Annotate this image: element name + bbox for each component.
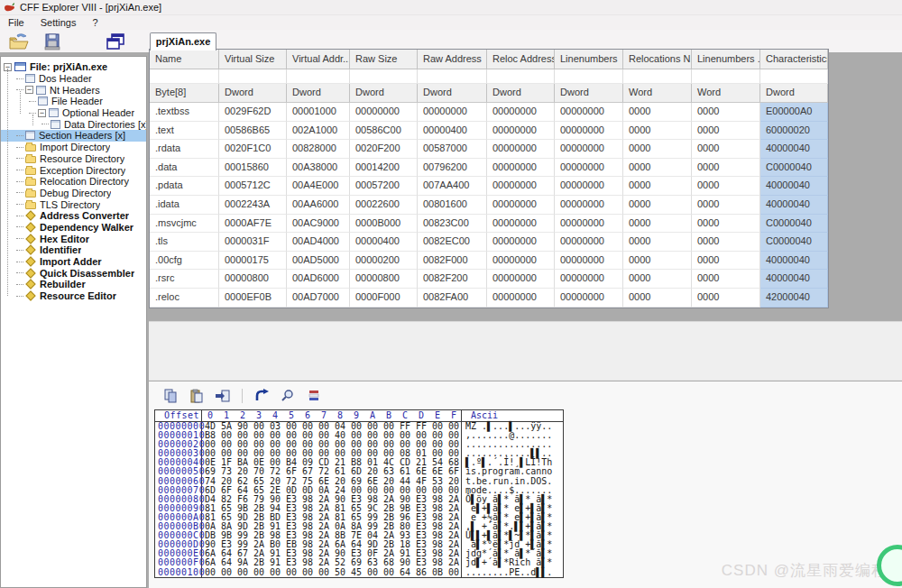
hex-byte[interactable]: 00 [381, 568, 397, 577]
table-cell[interactable]: 0082F000 [418, 252, 487, 271]
sidebar-item-resource-directory[interactable]: Resource Directory [1, 153, 146, 165]
table-cell[interactable]: 00586C00 [350, 122, 418, 141]
table-cell[interactable]: 00AA6000 [287, 196, 350, 215]
sidebar-item-file-prjxian-exe[interactable]: −File: prjXiAn.exe [1, 61, 146, 73]
settings-button[interactable] [305, 387, 323, 405]
column-header[interactable]: Linenumbers ... [692, 50, 760, 69]
table-cell[interactable]: 00000000 [487, 159, 555, 178]
sidebar-item-hex-editor[interactable]: Hex Editor [1, 233, 146, 244]
goto-button[interactable] [253, 387, 271, 405]
table-cell[interactable]: 00000000 [555, 289, 623, 308]
table-cell[interactable]: 00AD6000 [287, 270, 350, 289]
sidebar-item-quick-disassembler[interactable]: Quick Disassembler [1, 267, 146, 279]
table-cell[interactable]: 0082FA00 [418, 289, 487, 308]
table-cell[interactable]: 00000800 [219, 270, 287, 289]
hex-byte[interactable]: 64 [218, 558, 235, 567]
table-cell[interactable]: 0000 [692, 196, 760, 215]
hex-byte[interactable]: 9A [235, 558, 251, 567]
table-cell[interactable]: 0000031F [219, 233, 287, 252]
document-tab[interactable]: prjXiAn.exe [150, 32, 216, 51]
type-cell[interactable]: Dword [350, 84, 418, 103]
hex-byte[interactable]: 91 [267, 558, 283, 567]
table-cell[interactable]: 60000020 [760, 122, 828, 141]
table-cell[interactable]: E00000A0 [760, 103, 828, 122]
table-cell[interactable]: 0000F000 [350, 289, 418, 308]
table-cell[interactable]: 0000 [692, 122, 760, 141]
hex-byte[interactable]: 45 [348, 568, 364, 577]
table-cell[interactable]: 00A38000 [287, 159, 350, 178]
hex-byte[interactable]: 0B [429, 568, 446, 577]
table-cell[interactable]: 0000 [692, 233, 760, 252]
table-cell[interactable]: 0000 [692, 252, 760, 271]
table-cell[interactable]: 00A4E000 [287, 177, 350, 196]
table-cell[interactable]: 0000 [623, 177, 692, 196]
type-cell[interactable]: Byte[8] [150, 84, 219, 103]
table-cell[interactable]: 0082F200 [418, 270, 487, 289]
table-cell[interactable]: 0000 [623, 270, 692, 289]
search-button[interactable] [279, 387, 297, 405]
table-cell[interactable]: 0000 [623, 196, 692, 215]
sidebar-item-resource-editor[interactable]: Resource Editor [1, 290, 146, 302]
hex-byte[interactable]: 90 [397, 558, 413, 567]
table-cell[interactable]: 40000040 [760, 140, 828, 159]
hex-row[interactable]: 0000010000000000000000005045000064860B00… [155, 568, 563, 577]
table-cell[interactable] [287, 69, 350, 84]
table-cell[interactable]: 00000000 [487, 215, 555, 234]
open-button[interactable] [7, 31, 31, 52]
sidebar-item-debug-directory[interactable]: Debug Directory [1, 188, 146, 199]
column-header[interactable]: Characteristics [760, 50, 828, 69]
table-cell[interactable]: 00587000 [418, 140, 487, 159]
table-cell[interactable]: 00000000 [555, 159, 623, 178]
table-cell[interactable]: 0000 [623, 122, 692, 141]
sidebar-item-dependency-walker[interactable]: Dependency Walker [1, 222, 146, 234]
sidebar-item-relocation-directory[interactable]: Relocation Directory [1, 176, 146, 188]
hex-byte[interactable]: 00 [251, 568, 267, 577]
hex-byte[interactable]: 52 [332, 558, 348, 567]
table-cell[interactable] [219, 69, 287, 84]
table-cell[interactable]: 00000000 [487, 196, 555, 215]
hex-byte[interactable]: 2B [251, 558, 267, 567]
table-cell[interactable]: 00586B65 [219, 122, 287, 141]
table-cell[interactable]: 40000040 [760, 177, 828, 196]
table-cell[interactable]: 00000000 [555, 103, 623, 122]
hex-byte[interactable]: 86 [413, 568, 429, 577]
sidebar-item-nt-headers[interactable]: −Nt Headers [1, 84, 146, 96]
type-cell[interactable]: Word [623, 84, 692, 103]
table-cell[interactable]: 0000 [692, 289, 760, 308]
table-cell[interactable]: 00014200 [350, 159, 418, 178]
table-cell[interactable]: 00000000 [555, 177, 623, 196]
table-cell[interactable]: 0000 [623, 159, 692, 178]
column-header[interactable]: Virtual Size [219, 50, 287, 69]
hex-byte[interactable]: 69 [348, 558, 364, 567]
type-cell[interactable]: Dword [219, 84, 287, 103]
hex-byte[interactable]: E3 [283, 558, 299, 567]
table-cell[interactable]: .idata [150, 196, 219, 215]
table-cell[interactable]: 0000 [623, 289, 692, 308]
table-cell[interactable]: 00000400 [350, 233, 418, 252]
table-cell[interactable]: 42000040 [760, 289, 828, 308]
table-cell[interactable]: 00AD7000 [287, 289, 350, 308]
sidebar-item-address-converter[interactable]: Address Converter [1, 210, 146, 222]
table-cell[interactable]: C0000040 [760, 215, 828, 234]
table-cell[interactable]: 40000040 [760, 196, 828, 215]
table-cell[interactable]: 00000000 [487, 270, 555, 289]
type-cell[interactable]: Dword [418, 84, 487, 103]
paste-button[interactable] [188, 387, 206, 405]
table-cell[interactable]: 00000000 [487, 289, 555, 308]
table-cell[interactable]: 00057200 [350, 177, 418, 196]
table-cell[interactable]: 00000800 [350, 270, 418, 289]
table-cell[interactable]: 00000400 [418, 122, 487, 141]
hex-byte[interactable]: 00 [299, 568, 316, 577]
table-cell[interactable]: 00000000 [555, 233, 623, 252]
table-cell[interactable]: 0082EC00 [418, 233, 487, 252]
table-cell[interactable]: 00AD5000 [287, 252, 350, 271]
hex-byte[interactable]: 00 [218, 568, 235, 577]
hex-grid[interactable]: Offset0123456789ABCDEFAscii000000004D5A9… [154, 409, 564, 578]
table-cell[interactable]: 0000B000 [350, 215, 418, 234]
hex-byte[interactable]: 2A [446, 558, 462, 567]
table-cell[interactable]: .textbss [150, 103, 219, 122]
menu-help[interactable]: ? [84, 15, 106, 30]
table-cell[interactable]: 00000000 [487, 177, 555, 196]
table-cell[interactable] [487, 69, 555, 84]
table-cell[interactable]: 00000000 [555, 270, 623, 289]
